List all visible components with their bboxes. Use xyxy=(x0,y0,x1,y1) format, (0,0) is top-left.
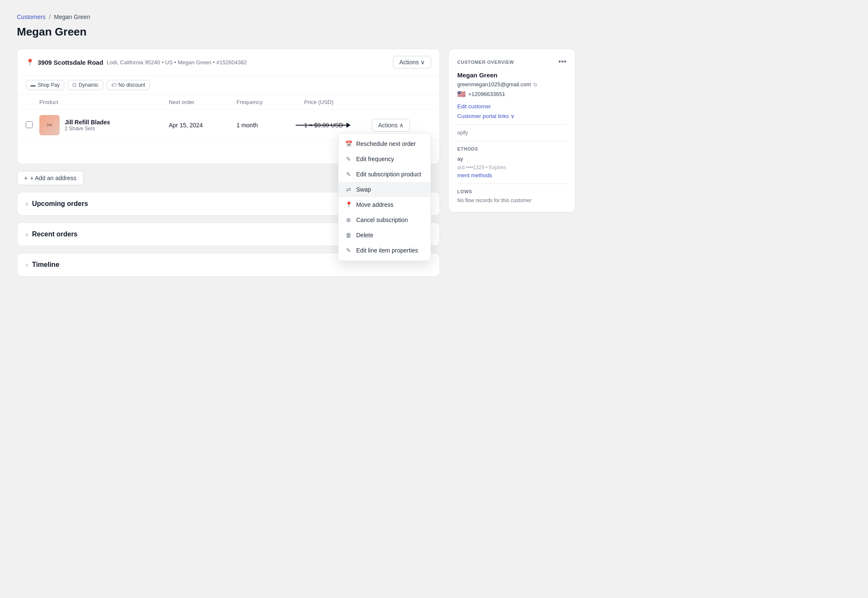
tag-dynamic[interactable]: ⊡ Dynamic xyxy=(68,80,103,90)
actions-col-header xyxy=(372,99,431,105)
customer-phone: 🇺🇸 +12096633651 xyxy=(457,90,566,98)
dropdown-item-reschedule[interactable]: 📅 Reschedule next order xyxy=(338,136,431,151)
manage-payment-link[interactable]: ment methods xyxy=(457,172,492,178)
dropdown-item-cancel[interactable]: ⊗ Cancel subscription xyxy=(338,212,431,228)
overview-title: CUSTOMER OVERVIEW xyxy=(457,60,514,65)
price-col-header: Price (USD) xyxy=(304,99,372,105)
actions-dropdown-container: Actions ∧ 📅 Reschedule next order ✎ E xyxy=(372,119,431,132)
add-address-button[interactable]: + + Add an address xyxy=(17,171,84,185)
subscription-header: 📍 3909 Scottsdale Road Lodi, California … xyxy=(17,49,439,76)
three-dots-menu[interactable]: ••• xyxy=(558,58,566,66)
table-row: ✂ Jill Refill Blades 2 Shave Sets Apr 15… xyxy=(17,110,439,141)
divider-2 xyxy=(457,141,566,141)
copy-icon[interactable]: ⧉ xyxy=(533,82,537,88)
next-order-cell: Apr 15, 2024 xyxy=(169,122,236,129)
customer-email: greenmegan1025@gmail.com ⧉ xyxy=(457,81,566,88)
customer-name-overview: Megan Green xyxy=(457,71,566,79)
divider-3 xyxy=(457,184,566,184)
subscription-card: 📍 3909 Scottsdale Road Lodi, California … xyxy=(17,49,440,164)
cancel-icon: ⊗ xyxy=(345,217,352,223)
location-icon-2: 📍 xyxy=(345,201,352,208)
dropdown-item-move-address[interactable]: 📍 Move address xyxy=(338,197,431,212)
upcoming-orders-title: Upcoming orders xyxy=(32,200,88,208)
chevron-up-icon: ∧ xyxy=(399,122,404,129)
edit-customer-link[interactable]: Edit customer xyxy=(457,103,566,110)
dropdown-item-edit-properties[interactable]: ✎ Edit line item properties xyxy=(338,243,431,258)
left-panel: 📍 3909 Scottsdale Road Lodi, California … xyxy=(17,49,440,277)
dropdown-item-edit-product[interactable]: ✎ Edit subscription product xyxy=(338,167,431,182)
table-header: Product Next order Frequency Price (USD) xyxy=(17,95,439,110)
pencil-icon: ✎ xyxy=(345,156,352,162)
location-icon: 📍 xyxy=(26,58,34,66)
dropdown-item-swap[interactable]: ⇄ Swap xyxy=(338,182,431,197)
actions-dropdown-button[interactable]: Actions ∧ xyxy=(372,119,410,132)
trash-icon: 🗑 xyxy=(345,232,352,239)
flag-icon: 🇺🇸 xyxy=(457,90,466,98)
right-panel: CUSTOMER OVERVIEW ••• Megan Green greenm… xyxy=(448,49,575,212)
flows-title: LOWS xyxy=(457,189,566,194)
dropdown-item-edit-frequency[interactable]: ✎ Edit frequency xyxy=(338,151,431,167)
divider-1 xyxy=(457,124,566,125)
product-name: Jill Refill Blades xyxy=(65,119,110,126)
product-col-header: Product xyxy=(39,99,169,105)
breadcrumb-separator: / xyxy=(49,14,51,20)
product-cell: ✂ Jill Refill Blades 2 Shave Sets xyxy=(39,115,169,135)
dropdown-item-delete[interactable]: 🗑 Delete xyxy=(338,228,431,243)
row-checkbox[interactable] xyxy=(26,121,33,128)
page-title: Megan Green xyxy=(17,25,575,38)
arrow-line xyxy=(296,125,346,126)
breadcrumb-customers-link[interactable]: Customers xyxy=(17,14,46,20)
frequency-col-header: Frequency xyxy=(236,99,304,105)
next-order-col-header: Next order xyxy=(169,99,236,105)
actions-dropdown-menu: 📅 Reschedule next order ✎ Edit frequency… xyxy=(338,133,431,261)
swap-icon: ⇄ xyxy=(345,186,352,193)
shop-pay-icon: ▬ xyxy=(30,82,36,88)
calendar-icon: 📅 xyxy=(345,140,352,147)
checkbox-header xyxy=(26,99,39,105)
tags-row: ▬ Shop Pay ⊡ Dynamic 🏷 No discount xyxy=(17,76,439,95)
frequency-cell: 1 month xyxy=(236,122,304,129)
payment-info: ay ard ••••1329 • Expires xyxy=(457,155,566,172)
dynamic-icon: ⊡ xyxy=(72,82,77,88)
timeline-title: Timeline xyxy=(32,261,60,269)
recent-orders-title: Recent orders xyxy=(32,230,78,238)
product-thumbnail: ✂ xyxy=(39,115,60,135)
chevron-right-icon-2: › xyxy=(26,231,28,238)
plus-icon-addr: + xyxy=(24,175,27,181)
breadcrumb: Customers / Megan Green xyxy=(17,14,575,20)
product-sub: 2 Shave Sets xyxy=(65,126,110,132)
chevron-down-icon: ∨ xyxy=(420,59,425,66)
arrow-indicator xyxy=(296,123,351,128)
address-bold: 3909 Scottsdale Road xyxy=(38,59,103,66)
actions-button-top[interactable]: Actions ∨ xyxy=(393,56,431,69)
discount-icon: 🏷 xyxy=(111,82,116,88)
shopify-link[interactable]: opify xyxy=(457,130,566,136)
tag-no-discount[interactable]: 🏷 No discount xyxy=(107,80,150,90)
chevron-right-icon: › xyxy=(26,200,28,207)
customer-overview-card: CUSTOMER OVERVIEW ••• Megan Green greenm… xyxy=(448,49,575,212)
flows-text: No flow records for this customer xyxy=(457,198,566,203)
arrow-head xyxy=(346,123,351,128)
subscription-address: 📍 3909 Scottsdale Road Lodi, California … xyxy=(26,58,247,66)
customer-portal-links[interactable]: Customer portal links ∨ xyxy=(457,113,566,119)
pencil-icon-3: ✎ xyxy=(345,247,352,254)
pencil-icon-2: ✎ xyxy=(345,171,352,178)
payment-methods-title: ETHODS xyxy=(457,146,566,151)
address-detail: Lodi, California 95240 • US • Megan Gree… xyxy=(107,59,247,66)
chevron-right-icon-3: › xyxy=(26,261,28,268)
overview-header: CUSTOMER OVERVIEW ••• xyxy=(457,58,566,66)
tag-shop-pay[interactable]: ▬ Shop Pay xyxy=(26,80,64,90)
breadcrumb-current: Megan Green xyxy=(54,14,91,20)
chevron-down-icon-2: ∨ xyxy=(511,113,515,119)
